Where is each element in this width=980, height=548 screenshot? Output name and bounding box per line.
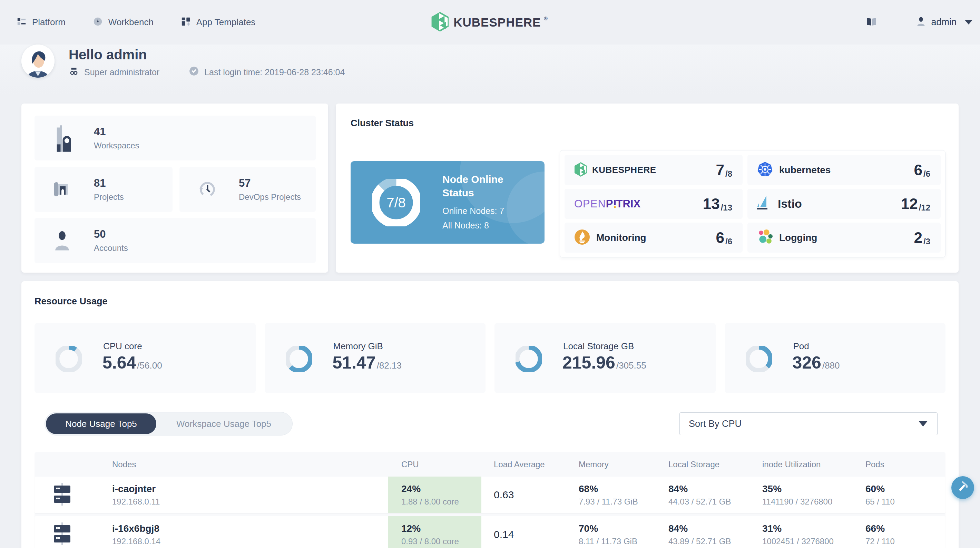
tab-workspace-usage-top5[interactable]: Workspace Usage Top5 (156, 413, 291, 434)
memory-label: Memory GiB (333, 341, 383, 352)
user-menu[interactable]: admin (916, 17, 972, 28)
online-nodes-label: Online Nodes: 7 (442, 204, 529, 218)
logging-cluster-icon (757, 229, 773, 246)
clock-check-icon (189, 66, 199, 78)
resource-usage-card: Resource Usage CPU core 5.64 /56.00 Memo… (21, 281, 959, 548)
devops-projects-tile[interactable]: 57 DevOps Projects (180, 167, 316, 212)
cpu-cell: 24% 1.88 / 8.00 core (388, 476, 481, 513)
storage-donut (515, 346, 542, 372)
platform-icon (17, 17, 26, 28)
projects-tile[interactable]: 81 Projects (35, 167, 173, 212)
pod-total: /880 (822, 360, 840, 371)
welcome-banner: Hello admin Super administrator Last log… (0, 45, 980, 100)
workspaces-tile[interactable]: 41 Workspaces (35, 116, 316, 161)
pods-cell: 66% 72 / 110 (852, 516, 945, 548)
server-node-icon (52, 523, 72, 546)
nav-item-platform[interactable]: Platform (17, 17, 65, 28)
cpu-label: CPU core (103, 341, 142, 352)
cluster-status-card: Cluster Status 7/8 Node Online Status On… (336, 104, 959, 272)
projects-icon (53, 180, 71, 198)
istio-icon (757, 195, 771, 213)
accounts-tile[interactable]: 50 Accounts (35, 218, 316, 263)
storage-total: /305.55 (616, 360, 646, 371)
component-istio: Istio 12 /12 (748, 189, 941, 219)
brand-wordmark: KUBESPHERE (453, 16, 541, 29)
component-value: 6 (716, 229, 724, 246)
devops-count: 57 (239, 177, 301, 190)
nav-app-templates-label: App Templates (196, 17, 256, 28)
component-openpitrix: OPENPTRIX 13 /13 (565, 189, 743, 219)
component-denominator: /8 (725, 169, 732, 179)
cpu-used: 5.64 (102, 353, 136, 373)
node-usage-table: Nodes CPU Load Average Memory Local Stor… (35, 452, 945, 548)
docs-book-icon[interactable] (867, 17, 877, 28)
component-value: 6 (914, 161, 923, 179)
memory-donut (286, 346, 312, 372)
nav-item-workbench[interactable]: Workbench (93, 17, 154, 28)
resource-usage-title: Resource Usage (35, 296, 108, 307)
cpu-total: /56.00 (137, 360, 162, 371)
component-denominator: /6 (923, 169, 930, 179)
col-load-average: Load Average (481, 460, 571, 469)
table-row[interactable]: i-16x6bgj8 192.168.0.14 12% 0.93 / 8.00 … (35, 516, 945, 548)
summary-card: 41 Workspaces 81 Projects (21, 104, 328, 272)
prometheus-icon (574, 229, 590, 246)
role-icon (69, 66, 79, 78)
sort-by-select[interactable]: Sort By CPU (679, 413, 937, 435)
registered-mark: ® (544, 16, 547, 21)
user-name: admin (931, 17, 956, 28)
brand-logo[interactable]: KUBESPHERE ® (431, 0, 549, 45)
nav-workbench-label: Workbench (108, 17, 154, 28)
kubesphere-icon (574, 162, 587, 178)
usage-tabs: Node Usage Top5 Workspace Usage Top5 (45, 412, 293, 435)
load-average-cell: 0.14 (481, 516, 571, 548)
component-name: Monitoring (596, 232, 646, 243)
component-name: KUBESPHERE (592, 165, 656, 175)
user-role: Super administrator (84, 67, 159, 77)
devops-label: DevOps Projects (239, 192, 301, 202)
table-row[interactable]: i-caojnter 192.168.0.11 24% 1.88 / 8.00 … (35, 476, 945, 513)
workbench-gauge-icon (93, 17, 102, 28)
workspaces-icon (53, 124, 71, 152)
component-value: 13 (703, 195, 720, 213)
component-value: 12 (901, 195, 918, 213)
memory-used: 51.47 (332, 353, 376, 373)
table-header: Nodes CPU Load Average Memory Local Stor… (35, 452, 945, 476)
pod-donut (746, 346, 772, 372)
load-average-cell: 0.63 (481, 476, 571, 513)
memory-total: /82.13 (377, 360, 402, 371)
component-kubesphere: KUBESPHERE 7 /8 (565, 155, 743, 185)
node-ip: 192.168.0.14 (112, 537, 388, 546)
col-local-storage: Local Storage (661, 460, 754, 469)
cluster-status-title: Cluster Status (351, 118, 414, 129)
openpitrix-logo: OPENPTRIX (574, 198, 640, 210)
tab-node-usage-top5[interactable]: Node Usage Top5 (46, 413, 156, 434)
projects-label: Projects (94, 192, 124, 202)
pod-used: 326 (792, 353, 821, 373)
accounts-count: 50 (94, 228, 128, 241)
workspaces-label: Workspaces (94, 141, 139, 150)
hammer-icon (956, 480, 969, 495)
accounts-icon (53, 227, 71, 254)
component-denominator: /6 (725, 237, 732, 246)
node-online-title: Node Online Status (442, 172, 529, 199)
pod-stat-card: Pod 326 /880 (725, 323, 946, 393)
component-name: kubernetes (779, 165, 830, 176)
cpu-stat-card: CPU core 5.64 /56.00 (35, 323, 256, 393)
workspaces-count: 41 (94, 126, 139, 138)
nav-item-app-templates[interactable]: App Templates (181, 17, 256, 28)
component-name: Logging (779, 232, 817, 243)
node-online-ratio: 7/8 (372, 179, 420, 226)
avatar[interactable] (21, 45, 54, 78)
select-caret-icon (919, 421, 928, 427)
cpu-cell: 12% 0.93 / 8.00 core (388, 516, 481, 548)
pods-cell: 60% 65 / 110 (852, 476, 945, 513)
node-name: i-16x6bgj8 (112, 523, 388, 534)
nav-platform-label: Platform (32, 17, 65, 28)
component-value: 2 (914, 229, 923, 246)
component-denominator: /13 (721, 203, 732, 213)
toolbox-fab[interactable] (951, 476, 974, 499)
col-inode-utilization: inode Utilization (754, 460, 852, 469)
component-value: 7 (716, 161, 724, 179)
memory-cell: 68% 7.93 / 11.73 GiB (571, 476, 661, 513)
